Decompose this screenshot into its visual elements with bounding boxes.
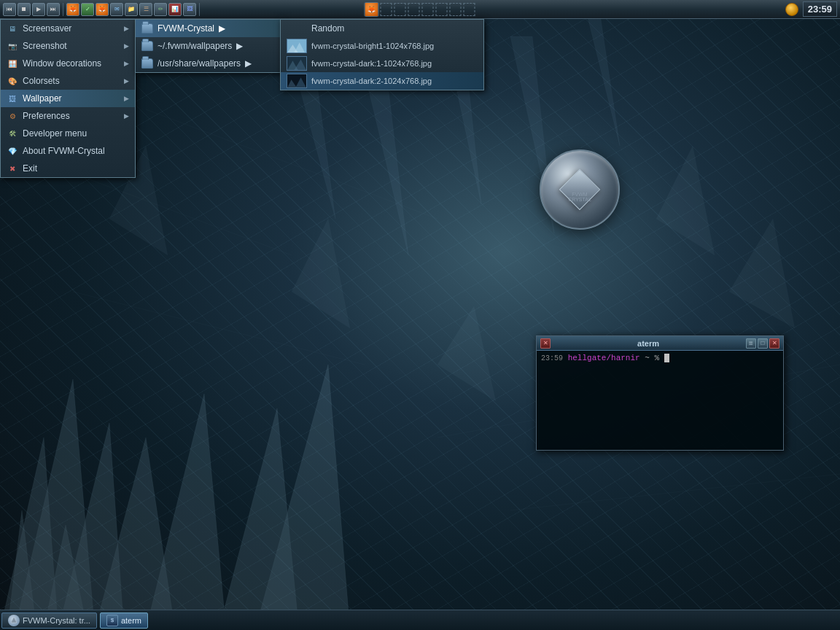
terminal-right-buttons: ≡ □ ✕ — [745, 338, 780, 349]
wallpaper-icon: 🖼 — [7, 93, 18, 104]
terminal-prompt-symbol: ~ % — [645, 354, 664, 362]
logo: FVWMCRYSTAL — [536, 146, 623, 233]
chart-icon[interactable]: 📊 — [168, 3, 182, 16]
toolbar-right: 23:59 — [782, 1, 840, 17]
menu-label-screenshot: Screenshot — [23, 41, 120, 51]
stop-button[interactable]: ⏹ — [18, 3, 31, 16]
menu-label-screensaver: Screensaver — [23, 23, 120, 34]
menu-item-developer[interactable]: 🛠 Developer menu — [1, 125, 135, 142]
svg-marker-18 — [438, 306, 496, 401]
toolbar-left: ⏮ ⏹ ▶ ⏭ 🦊 ✓ 🦊 ✉ 📁 ☰ ✏ 📊 🖼 — [0, 3, 204, 16]
snap-area-2[interactable] — [394, 3, 406, 16]
taskbar-item-fvwm[interactable]: FVWM-Crystal: tr... — [1, 612, 97, 629]
gold-icon[interactable] — [785, 3, 798, 16]
play-button[interactable]: ▶ — [32, 3, 45, 16]
edit-icon[interactable]: ✏ — [154, 3, 167, 16]
snap-area-3[interactable] — [408, 3, 420, 16]
submenu-arrow-wallpaper: ▶ — [124, 95, 129, 102]
submenu-item-home-wallpapers[interactable]: ~/.fvwm/wallpapers ▶ — [136, 37, 280, 55]
terminal-maximize-button[interactable]: □ — [758, 338, 768, 349]
aterm-task-label: aterm — [121, 616, 141, 625]
terminal-user: hellgate/harnir — [568, 354, 640, 362]
submenu-item-share-wallpapers[interactable]: /usr/share/wallpapers ▶ — [136, 55, 280, 72]
menu-label-window-decorations: Window decorations — [23, 58, 120, 69]
menu-item-screenshot[interactable]: 📷 Screenshot ▶ — [1, 37, 135, 55]
snap-area-6[interactable] — [450, 3, 462, 16]
terminal-content: 23:59 hellgate/harnir ~ % — [537, 351, 783, 450]
terminal-close-button-2[interactable]: ✕ — [769, 338, 779, 349]
fox-icon[interactable]: 🦊 — [96, 3, 109, 16]
image-icon[interactable]: 🖼 — [183, 3, 196, 16]
terminal-iconify-button[interactable]: ≡ — [746, 338, 756, 349]
submenu-arrow-screenshot: ▶ — [124, 42, 129, 50]
menu-label-preferences: Preferences — [23, 111, 120, 121]
snap-area-7[interactable] — [464, 3, 475, 16]
menu-item-screensaver[interactable]: 🖥 Screensaver ▶ — [1, 20, 135, 37]
folder-icon-share — [141, 58, 153, 69]
menu-item-exit[interactable]: ✖ Exit — [1, 160, 135, 177]
firefox-icon[interactable]: 🦊 — [66, 3, 79, 16]
folder-icon-home — [141, 41, 153, 51]
submenu-label-fvwm-crystal: FVWM-Crystal — [158, 23, 214, 34]
menu-item-colorsets[interactable]: 🎨 Colorsets ▶ — [1, 72, 135, 90]
submenu-arrow-home: ▶ — [236, 41, 243, 51]
submenu-arrow-preferences: ▶ — [124, 112, 129, 120]
center-firefox-icon[interactable]: 🦊 — [365, 2, 379, 17]
files-icon[interactable]: 📁 — [125, 3, 138, 16]
svg-marker-17 — [292, 219, 350, 328]
snap-area-5[interactable] — [436, 3, 448, 16]
mail-icon[interactable]: ✉ — [110, 3, 123, 16]
thumbnail-dark1 — [287, 56, 307, 71]
menu-label-colorsets: Colorsets — [23, 76, 120, 86]
prefs-icon: ⚙ — [7, 110, 18, 122]
toolbar-center: 🦊 — [365, 2, 476, 17]
submenu-item-random[interactable]: Random — [281, 20, 483, 37]
taskbar-item-aterm[interactable]: $ aterm — [100, 612, 148, 629]
submenu-label-share-wallpapers: /usr/share/wallpapers — [158, 58, 241, 69]
submenu-wallpaper: FVWM-Crystal ▶ ~/.fvwm/wallpapers ▶ /usr… — [135, 19, 281, 73]
logo-inner: FVWMCRYSTAL — [561, 171, 598, 208]
submenu-item-fvwm-crystal[interactable]: FVWM-Crystal ▶ — [136, 20, 280, 37]
snap-area-4[interactable] — [422, 3, 434, 16]
camera-icon: 📷 — [7, 40, 18, 52]
submenu-item-dark2[interactable]: fvwm-crystal-dark:2-1024x768.jpg — [281, 72, 483, 90]
svg-marker-14 — [656, 146, 715, 255]
window-icon: 🪟 — [7, 58, 18, 69]
menu-icon-btn[interactable]: ☰ — [139, 3, 152, 16]
snap-area-1[interactable] — [381, 3, 392, 16]
submenu-item-bright1[interactable]: fvwm-crystal-bright1-1024x768.jpg — [281, 37, 483, 55]
submenu-label-dark2: fvwm-crystal-dark:2-1024x768.jpg — [311, 77, 432, 85]
menu-label-exit: Exit — [23, 163, 129, 174]
submenu-arrow-window-decorations: ▶ — [124, 60, 129, 67]
logo-text: FVWMCRYSTAL — [568, 192, 591, 202]
svg-marker-15 — [729, 219, 795, 328]
next-button[interactable]: ⏭ — [47, 3, 60, 16]
terminal-close-button[interactable]: ✕ — [540, 338, 551, 349]
menu-item-about[interactable]: 💎 About FVWM-Crystal — [1, 142, 135, 160]
menu-item-preferences[interactable]: ⚙ Preferences ▶ — [1, 107, 135, 125]
terminal-prompt-time: 23:59 — [541, 354, 563, 362]
logo-diamond — [559, 169, 601, 211]
submenu-files: Random fvwm-crystal-bright1-1024x768.jpg… — [280, 19, 484, 90]
terminal-left-buttons: ✕ — [540, 338, 551, 349]
separator1 — [63, 3, 63, 16]
svg-marker-33 — [11, 617, 17, 623]
screensaver-icon: 🖥 — [7, 23, 18, 34]
submenu-item-dark1[interactable]: fvwm-crystal-dark:1-1024x768.jpg — [281, 55, 483, 72]
terminal-cursor — [664, 354, 669, 362]
menu-label-wallpaper: Wallpaper — [23, 93, 120, 104]
submenu-label-dark1: fvwm-crystal-dark:1-1024x768.jpg — [311, 59, 432, 68]
check-icon[interactable]: ✓ — [81, 3, 94, 16]
menu-item-window-decorations[interactable]: 🪟 Window decorations ▶ — [1, 55, 135, 72]
clock: 23:59 — [803, 1, 837, 17]
svg-marker-13 — [583, 0, 620, 146]
svg-marker-4 — [146, 394, 226, 630]
main-menu: 🖥 Screensaver ▶ 📷 Screenshot ▶ 🪟 Window … — [0, 19, 136, 178]
submenu-label-random: Random — [287, 23, 344, 34]
prev-button[interactable]: ⏮ — [3, 3, 16, 16]
taskbar-bottom: FVWM-Crystal: tr... $ aterm — [0, 610, 840, 630]
palette-icon: 🎨 — [7, 75, 18, 87]
menu-item-wallpaper[interactable]: 🖼 Wallpaper ▶ — [1, 90, 135, 107]
fvwm-task-label: FVWM-Crystal: tr... — [23, 616, 90, 625]
submenu-arrow-colorsets: ▶ — [124, 77, 129, 85]
